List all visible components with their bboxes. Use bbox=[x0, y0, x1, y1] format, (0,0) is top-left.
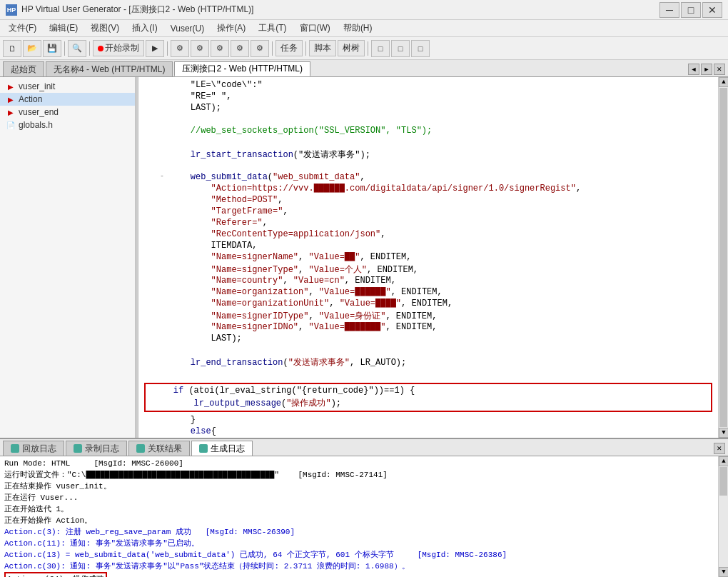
vuser-end-icon: ▶ bbox=[6, 107, 16, 117]
toolbar-tree[interactable]: 树树 bbox=[338, 40, 365, 56]
script-label: 脚本 bbox=[314, 42, 331, 54]
menu-action[interactable]: 操作(A) bbox=[211, 21, 251, 36]
app-icon: HP bbox=[6, 4, 17, 16]
record-log-icon bbox=[74, 444, 82, 453]
toolbar-btn8[interactable]: □ bbox=[411, 40, 430, 57]
toolbar-sep3 bbox=[167, 41, 168, 56]
tab-prev[interactable]: ◄ bbox=[688, 64, 699, 75]
tree-label: 树树 bbox=[343, 42, 360, 54]
scroll-down[interactable]: ▼ bbox=[719, 428, 728, 438]
tab-unnamed[interactable]: 无名称4 - Web (HTTP/HTML) bbox=[46, 61, 173, 76]
toolbar: 🗋 📂 💾 🔍 开始录制 ▶ ⚙ ⚙ ⚙ ⚙ ⚙ 任务 脚本 树树 □ □ □ bbox=[0, 37, 728, 60]
highlight-region: if (atoi(lr_eval_string("{return_code}")… bbox=[144, 383, 712, 412]
menu-tools[interactable]: 工具(T) bbox=[253, 21, 292, 36]
code-line-highlighted: lr_output_message("操作成功"); bbox=[148, 397, 708, 409]
tab-next[interactable]: ► bbox=[701, 64, 712, 75]
log-area: Run Mode: HTML [MsgId: MMSC-26000] 运行时设置… bbox=[0, 456, 728, 577]
log-line: Action.c(30): 通知: 事务"发送请求事务"以"Pass"状态结束（… bbox=[4, 561, 714, 572]
tree-item-vuser-end[interactable]: ▶ vuser_end bbox=[0, 106, 135, 119]
menu-bar: 文件(F) 编辑(E) 视图(V) 插入(I) Vuser(U) 操作(A) 工… bbox=[0, 20, 728, 37]
toolbar-btn6[interactable]: □ bbox=[371, 40, 390, 57]
toolbar-btn2[interactable]: ⚙ bbox=[191, 40, 209, 57]
code-line bbox=[138, 345, 718, 356]
toolbar-record[interactable]: 开始录制 bbox=[93, 40, 144, 56]
main-area: ▶ vuser_init ▶ Action ▶ vuser_end 📄 glob… bbox=[0, 77, 728, 438]
generate-log-icon bbox=[199, 444, 208, 453]
toolbar-btn3[interactable]: ⚙ bbox=[211, 40, 229, 57]
menu-file[interactable]: 文件(F) bbox=[3, 21, 42, 36]
code-line: "RE=" ", bbox=[138, 91, 718, 103]
toolbar-search[interactable]: 🔍 bbox=[68, 40, 86, 57]
code-line: else{ bbox=[138, 426, 718, 438]
tab-strip: 起始页 无名称4 - Web (HTTP/HTML) 压测接口2 - Web (… bbox=[0, 60, 728, 77]
log-line-highlight: Action.c(34): 操作成功 bbox=[4, 572, 714, 577]
bottom-tab-nav: ✕ bbox=[714, 443, 725, 456]
code-editor[interactable]: "LE=\"code\":" "RE=" ", LAST); //web_set… bbox=[138, 77, 718, 438]
bottom-tab-close[interactable]: ✕ bbox=[714, 443, 725, 454]
tab-replay-log[interactable]: 回放日志 bbox=[3, 441, 64, 456]
title-bar-controls: ─ □ ✕ bbox=[659, 2, 722, 18]
menu-insert[interactable]: 插入(I) bbox=[126, 21, 163, 36]
toolbar-btn7[interactable]: □ bbox=[391, 40, 410, 57]
code-line bbox=[138, 368, 718, 380]
minimize-button[interactable]: ─ bbox=[659, 2, 679, 18]
tab-record-log[interactable]: 录制日志 bbox=[66, 441, 127, 456]
code-line bbox=[138, 137, 718, 149]
menu-vuser[interactable]: Vuser(U) bbox=[165, 22, 211, 35]
tab-correlation[interactable]: 关联结果 bbox=[128, 441, 190, 456]
toolbar-save[interactable]: 💾 bbox=[43, 40, 61, 57]
code-line: "RecContentType=application/json", bbox=[138, 229, 718, 241]
log-scroll-thumb[interactable] bbox=[719, 467, 727, 496]
log-line: Action.c(3): 注册 web_reg_save_param 成功 [M… bbox=[4, 526, 714, 538]
tree-item-vuser-init[interactable]: ▶ vuser_init bbox=[0, 80, 135, 93]
main-scrollbar[interactable]: ▲ ▼ bbox=[718, 77, 728, 438]
code-line: lr_end_transaction("发送请求事务", LR_AUTO); bbox=[138, 356, 718, 368]
log-line: Action.c(13) = web_submit_data('web_subm… bbox=[4, 549, 714, 561]
tree-item-action[interactable]: ▶ Action bbox=[0, 93, 135, 106]
tab-start[interactable]: 起始页 bbox=[3, 61, 44, 76]
record-indicator bbox=[98, 46, 103, 51]
tab-generate-log-label: 生成日志 bbox=[211, 443, 245, 455]
toolbar-sep1 bbox=[64, 41, 65, 56]
log-highlight-text: Action.c(34): 操作成功 bbox=[4, 572, 107, 577]
tab-test[interactable]: 压测接口2 - Web (HTTP/HTML) bbox=[174, 61, 310, 76]
code-line: "Method=POST", bbox=[138, 195, 718, 206]
menu-window[interactable]: 窗口(W) bbox=[294, 21, 336, 36]
title-bar: HP HP Virtual User Generator - [压测接口2 - … bbox=[0, 0, 728, 20]
code-line: "TargetFrame=", bbox=[138, 206, 718, 218]
tab-generate-log[interactable]: 生成日志 bbox=[191, 441, 253, 456]
maximize-button[interactable]: □ bbox=[681, 2, 701, 18]
close-button[interactable]: ✕ bbox=[702, 2, 722, 18]
log-scroll-down[interactable]: ▼ bbox=[719, 567, 728, 577]
scroll-up[interactable]: ▲ bbox=[719, 77, 728, 87]
toolbar-open[interactable]: 📂 bbox=[23, 40, 41, 57]
tab-close[interactable]: ✕ bbox=[714, 64, 725, 75]
toolbar-new[interactable]: 🗋 bbox=[3, 40, 21, 57]
record-label: 开始录制 bbox=[105, 42, 139, 54]
toolbar-play[interactable]: ▶ bbox=[146, 40, 164, 57]
toolbar-task[interactable]: 任务 bbox=[275, 40, 303, 56]
log-line: 正在开始迭代 1。 bbox=[4, 503, 714, 515]
log-scroll-up[interactable]: ▲ bbox=[719, 456, 728, 466]
code-line: } bbox=[138, 415, 718, 426]
menu-view[interactable]: 视图(V) bbox=[85, 21, 125, 36]
bottom-tab-strip: 回放日志 录制日志 关联结果 生成日志 ✕ bbox=[0, 439, 728, 456]
toolbar-script[interactable]: 脚本 bbox=[309, 40, 336, 56]
vuser-init-icon: ▶ bbox=[6, 81, 16, 91]
replay-log-icon bbox=[11, 444, 19, 453]
code-line: "Name=signerIDType", "Value=身份证", ENDITE… bbox=[138, 310, 718, 322]
menu-help[interactable]: 帮助(H) bbox=[338, 21, 378, 36]
toolbar-btn5[interactable]: ⚙ bbox=[251, 40, 269, 57]
menu-edit[interactable]: 编辑(E) bbox=[44, 21, 84, 36]
log-line: 正在结束操作 vuser_init。 bbox=[4, 481, 714, 492]
tree-item-globals[interactable]: 📄 globals.h bbox=[0, 119, 135, 131]
correlation-icon bbox=[136, 444, 145, 453]
scroll-thumb[interactable] bbox=[719, 88, 727, 427]
code-line bbox=[138, 161, 718, 172]
log-scrollbar[interactable]: ▲ ▼ bbox=[718, 456, 728, 577]
toolbar-btn4[interactable]: ⚙ bbox=[231, 40, 249, 57]
code-line: "Name=organizationUnit", "Value=████", E… bbox=[138, 298, 718, 310]
toolbar-sep5 bbox=[305, 41, 306, 56]
toolbar-btn1[interactable]: ⚙ bbox=[171, 40, 189, 57]
code-line: "Name=signerIDNo", "Value=███████", ENDI… bbox=[138, 322, 718, 333]
